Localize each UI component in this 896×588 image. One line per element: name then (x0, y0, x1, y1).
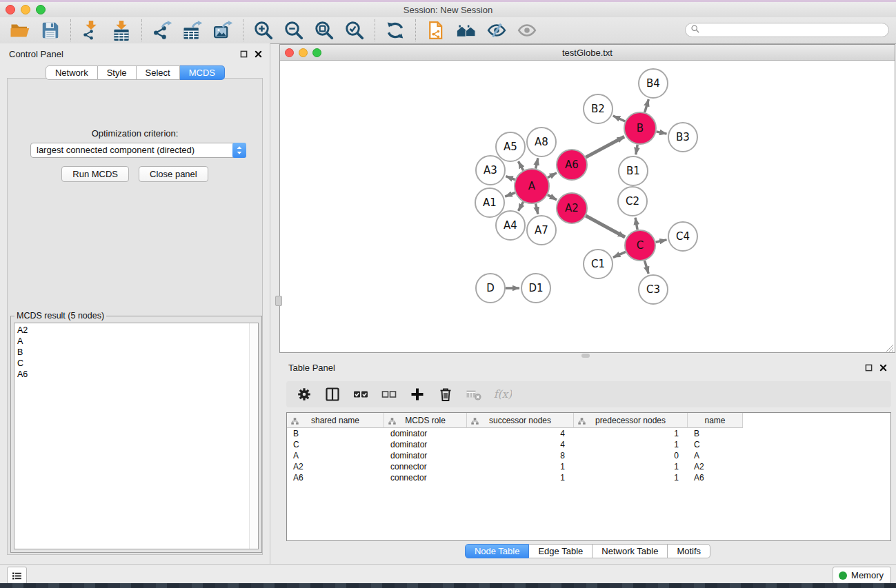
search-input[interactable] (700, 24, 888, 36)
node-C4[interactable]: C4 (668, 222, 697, 251)
edge-A2-C[interactable] (586, 216, 625, 237)
node-B4[interactable]: B4 (639, 69, 668, 98)
node-A3[interactable]: A3 (476, 156, 505, 185)
edge-A-A4[interactable] (519, 202, 524, 211)
node-A6[interactable]: A6 (557, 150, 587, 180)
edge-A-A8[interactable] (536, 158, 538, 168)
deselect-all-icon[interactable] (379, 385, 399, 404)
edge-B-B4[interactable] (645, 99, 649, 112)
list-scrollbar[interactable] (249, 323, 258, 549)
edge-A6-B[interactable] (586, 136, 624, 157)
float-panel-icon[interactable] (239, 50, 248, 59)
refresh-icon[interactable] (384, 19, 407, 41)
delete-column-icon[interactable] (436, 385, 455, 404)
horizontal-splitter-handle[interactable] (581, 354, 590, 358)
panel-splitter-handle[interactable] (275, 296, 282, 306)
edge-A-A3[interactable] (506, 176, 515, 180)
table-row[interactable]: A6connector11A6 (287, 472, 890, 483)
column-layout-icon[interactable] (323, 385, 342, 404)
edge-C-C4[interactable] (656, 240, 667, 242)
import-table-icon[interactable] (110, 19, 133, 41)
edge-A-A5[interactable] (519, 161, 524, 170)
minimize-window-button[interactable] (21, 5, 30, 14)
edge-A-A6[interactable] (548, 173, 557, 178)
add-column-icon[interactable] (408, 385, 427, 404)
edge-B-B1[interactable] (636, 145, 637, 155)
node-B[interactable]: B (624, 112, 656, 144)
tab-network[interactable]: Network (46, 65, 98, 80)
new-network-file-icon[interactable] (424, 19, 448, 41)
tab-network-table[interactable]: Network Table (593, 544, 668, 558)
open-session-icon[interactable] (8, 19, 32, 41)
column-header-MCDS-role[interactable]: MCDS role (384, 413, 467, 428)
node-D[interactable]: D (476, 274, 505, 303)
float-panel-icon[interactable] (864, 363, 873, 372)
select-all-icon[interactable] (351, 385, 370, 404)
resize-grip[interactable] (885, 343, 894, 352)
optimization-criterion-select[interactable]: largest connected component (directed) (30, 143, 246, 158)
network-zoom-button[interactable] (312, 48, 321, 57)
table-row[interactable]: Bdominator41B (287, 428, 890, 439)
show-all-networks-icon[interactable] (455, 19, 478, 41)
node-C3[interactable]: C3 (639, 275, 668, 304)
tab-mcds[interactable]: MCDS (180, 65, 225, 80)
node-A5[interactable]: A5 (496, 132, 525, 161)
network-close-button[interactable] (285, 48, 294, 57)
search-box[interactable] (685, 23, 889, 37)
edge-B-B2[interactable] (613, 116, 625, 121)
settings-gear-icon[interactable] (295, 385, 314, 404)
node-A1[interactable]: A1 (475, 188, 504, 217)
node-A7[interactable]: A7 (527, 216, 556, 245)
edge-A-A7[interactable] (536, 203, 538, 214)
tab-node-table[interactable]: Node Table (465, 544, 530, 558)
table-row[interactable]: Cdominator41C (287, 439, 890, 450)
zoom-window-button[interactable] (36, 5, 46, 14)
node-A8[interactable]: A8 (527, 128, 556, 156)
node-D1[interactable]: D1 (521, 274, 550, 303)
node-C1[interactable]: C1 (584, 250, 613, 278)
close-panel-button[interactable]: Close panel (139, 166, 208, 182)
export-network-icon[interactable] (150, 19, 174, 41)
network-canvas[interactable]: AA6A2BCA1A3A4A5A7A8B1B2B3B4C1C2C3C4DD1 (280, 61, 895, 352)
node-B1[interactable]: B1 (619, 156, 648, 185)
export-image-icon[interactable] (211, 19, 235, 41)
task-history-button[interactable] (7, 567, 27, 585)
zoom-out-icon[interactable] (282, 19, 306, 41)
close-window-button[interactable] (6, 5, 15, 14)
close-panel-icon[interactable] (254, 50, 263, 59)
zoom-in-icon[interactable] (252, 19, 275, 41)
edge-C-C1[interactable] (613, 252, 626, 257)
mcds-result-item[interactable]: A2 (17, 325, 248, 336)
edge-B-B3[interactable] (657, 132, 667, 134)
edge-C-C3[interactable] (645, 261, 649, 274)
mcds-result-item[interactable]: A (17, 336, 248, 347)
column-header-shared-name[interactable]: shared name (287, 413, 384, 428)
node-A4[interactable]: A4 (496, 211, 525, 240)
column-header-predecessor-nodes[interactable]: predecessor nodes (574, 413, 688, 428)
edge-A-A2[interactable] (548, 195, 557, 200)
mcds-result-item[interactable]: C (17, 358, 248, 369)
import-network-icon[interactable] (79, 19, 103, 41)
hide-panel-icon[interactable] (485, 19, 508, 41)
zoom-selected-icon[interactable] (343, 19, 366, 41)
show-panel-icon[interactable] (515, 19, 539, 41)
network-minimize-button[interactable] (299, 48, 308, 57)
node-B3[interactable]: B3 (668, 123, 697, 152)
memory-button[interactable]: Memory (833, 567, 891, 584)
mcds-result-item[interactable]: A6 (17, 369, 248, 380)
node-A2[interactable]: A2 (557, 193, 587, 223)
edge-C-C2[interactable] (635, 218, 637, 230)
node-C[interactable]: C (625, 230, 655, 261)
zoom-fit-icon[interactable] (312, 19, 336, 41)
mcds-result-item[interactable]: B (17, 347, 248, 358)
table-row[interactable]: Adominator80A (287, 450, 890, 461)
column-header-name[interactable]: name (688, 413, 743, 428)
column-header-successor-nodes[interactable]: successor nodes (467, 413, 574, 428)
tab-motifs[interactable]: Motifs (668, 544, 710, 558)
mcds-result-list[interactable]: A2ABCA6 (14, 323, 259, 549)
export-table-icon[interactable] (181, 19, 204, 41)
save-session-icon[interactable] (39, 19, 62, 41)
tab-edge-table[interactable]: Edge Table (529, 544, 593, 558)
node-A[interactable]: A (515, 169, 549, 203)
node-B2[interactable]: B2 (584, 94, 613, 123)
